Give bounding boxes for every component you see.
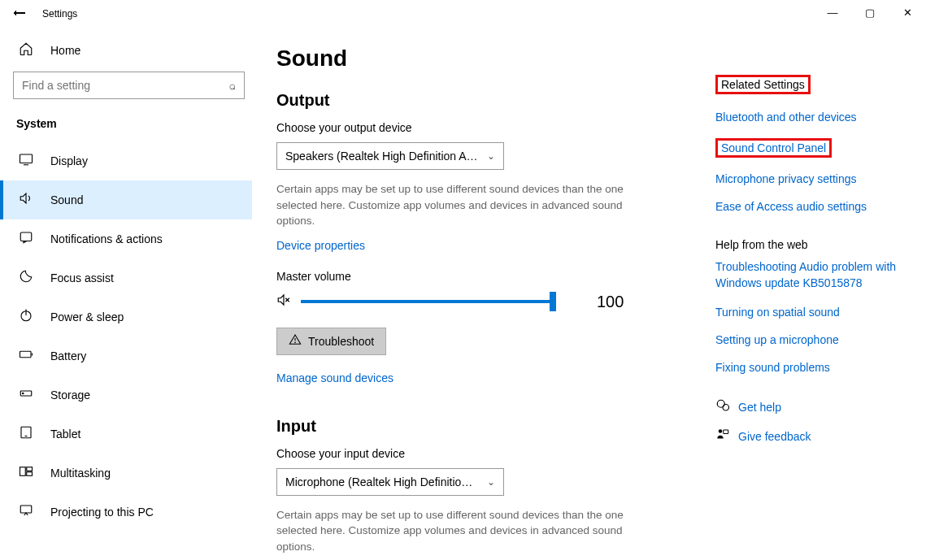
svg-point-24 [719,429,723,433]
sidebar-item-projecting[interactable]: Projecting to this PC [0,493,252,532]
feedback-icon [715,428,738,445]
web-help-header: Help from the web [715,238,808,251]
chevron-down-icon: ⌄ [487,150,495,162]
app-title: Settings [39,8,77,20]
input-device-selected: Microphone (Realtek High Definitio… [285,475,472,488]
link-bluetooth-devices[interactable]: Bluetooth and other devices [715,111,926,124]
svg-marker-16 [278,295,284,305]
link-fix-sound[interactable]: Fixing sound problems [715,361,926,374]
link-microphone-privacy[interactable]: Microphone privacy settings [715,172,926,185]
link-setup-microphone[interactable]: Setting up a microphone [715,333,926,346]
page-title: Sound [276,46,667,72]
troubleshoot-button[interactable]: Troubleshoot [276,328,386,355]
home-label: Home [50,44,80,57]
search-icon: ⌕ [229,79,236,92]
output-choose-label: Choose your output device [276,121,667,134]
sidebar-item-label: Display [50,154,88,167]
svg-rect-15 [20,506,32,513]
sidebar-item-label: Notifications & actions [50,232,163,245]
input-heading: Input [276,417,667,436]
svg-rect-25 [724,430,728,434]
sidebar-item-power[interactable]: Power & sleep [0,297,252,336]
svg-point-21 [295,342,296,343]
maximize-button[interactable]: ▢ [851,0,889,24]
svg-marker-2 [20,193,26,203]
link-troubleshoot-kb[interactable]: Troubleshooting Audio problem with Windo… [715,259,926,291]
warning-icon [289,333,302,349]
link-sound-control-panel[interactable]: Sound Control Panel [721,141,826,154]
svg-point-23 [723,405,729,411]
sidebar-item-tablet[interactable]: Tablet [0,415,252,454]
volume-slider-track[interactable] [301,300,553,303]
notifications-icon [18,230,34,248]
sidebar-item-storage[interactable]: Storage [0,376,252,415]
svg-rect-0 [20,154,33,163]
home-nav[interactable]: Home [13,33,239,68]
svg-rect-6 [20,351,32,358]
sidebar-item-multitasking[interactable]: Multitasking [0,454,252,493]
projecting-icon [18,503,34,521]
svg-rect-13 [27,467,33,471]
minimize-button[interactable]: — [814,0,851,24]
sidebar-item-label: Tablet [50,428,80,441]
main-content: Sound Output Choose your output device S… [276,46,667,560]
aside-panel: Related Settings Bluetooth and other dev… [715,46,926,560]
close-button[interactable]: ✕ [889,0,926,24]
group-header-system: System [16,117,239,130]
window-controls: — ▢ ✕ [814,0,926,24]
input-choose-label: Choose your input device [276,447,667,460]
volume-mute-icon[interactable] [276,293,296,310]
svg-rect-12 [20,467,26,476]
sidebar-item-display[interactable]: Display [0,141,252,180]
sidebar-item-focus[interactable]: Focus assist [0,258,252,297]
multitasking-icon [18,464,34,482]
volume-slider-thumb[interactable] [550,292,556,311]
troubleshoot-label: Troubleshoot [308,335,374,348]
home-icon [18,41,34,59]
input-help-text: Certain apps may be set up to use differ… [276,507,634,555]
sidebar-item-label: Projecting to this PC [50,506,154,519]
get-help-icon [715,398,738,416]
link-ease-of-access-audio[interactable]: Ease of Access audio settings [715,200,926,213]
output-heading: Output [276,91,667,110]
focus-icon [18,269,34,287]
output-help-text: Certain apps may be set up to use differ… [276,181,634,229]
output-device-selected: Speakers (Realtek High Definition A… [285,150,478,163]
storage-icon [18,386,34,404]
volume-slider-fill [301,300,553,303]
back-button[interactable]: 🠔 [0,0,39,28]
sidebar-item-label: Power & sleep [50,310,124,323]
power-icon [18,308,34,326]
volume-value: 100 [597,293,624,311]
sidebar: Home ⌕ System Display Sound Notification… [0,28,252,560]
sidebar-item-label: Focus assist [50,271,114,284]
sidebar-item-battery[interactable]: Battery [0,336,252,376]
tablet-icon [18,425,34,443]
sidebar-item-label: Battery [50,349,86,362]
output-device-dropdown[interactable]: Speakers (Realtek High Definition A… ⌄ [276,142,504,170]
get-help-link[interactable]: Get help [738,401,781,414]
link-spatial-sound[interactable]: Turning on spatial sound [715,306,926,319]
sidebar-item-notifications[interactable]: Notifications & actions [0,219,252,258]
svg-rect-14 [27,472,33,476]
search-field[interactable] [22,79,229,92]
input-device-dropdown[interactable]: Microphone (Realtek High Definitio… ⌄ [276,468,504,496]
display-icon [18,152,34,170]
sidebar-item-label: Multitasking [50,467,111,480]
master-volume-label: Master volume [276,270,667,283]
chevron-down-icon: ⌄ [487,476,495,488]
search-input[interactable]: ⌕ [13,72,245,99]
battery-icon [18,347,34,365]
master-volume-slider[interactable]: 100 [276,293,667,311]
related-settings-header: Related Settings [715,75,811,94]
sidebar-item-sound[interactable]: Sound [0,180,252,219]
sound-icon [18,191,34,209]
svg-point-9 [23,393,24,394]
manage-sound-devices-link[interactable]: Manage sound devices [276,371,667,384]
title-bar: 🠔 Settings — ▢ ✕ [0,0,926,28]
svg-rect-3 [20,232,32,241]
sidebar-item-label: Storage [50,389,90,402]
sidebar-item-label: Sound [50,193,83,206]
give-feedback-link[interactable]: Give feedback [738,430,811,443]
device-properties-link[interactable]: Device properties [276,239,667,252]
